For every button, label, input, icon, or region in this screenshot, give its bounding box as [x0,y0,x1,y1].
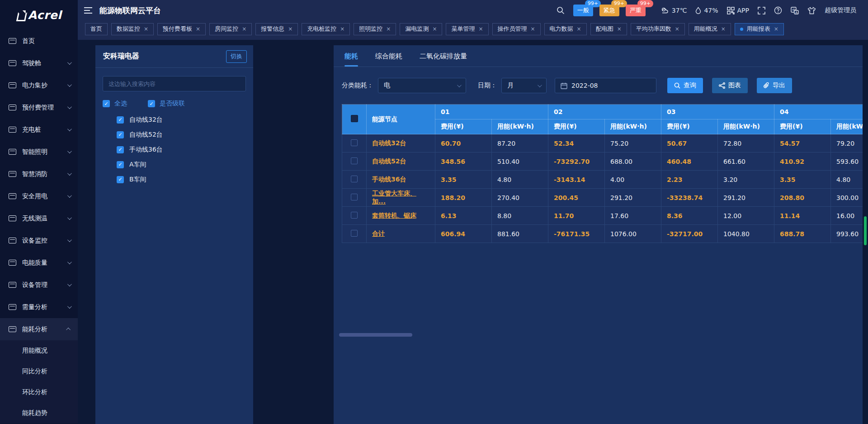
energy-tab-能耗[interactable]: 能耗 [344,52,358,67]
sidebar-item-设备监控[interactable]: 设备监控 [0,229,78,252]
alarm-badge-一般[interactable]: 一般99+ [573,5,593,16]
node-checkbox[interactable]: ✓ [117,116,124,124]
sidebar-item-无线测温[interactable]: 无线测温 [0,207,78,229]
node-name-cell[interactable]: 自动线32台 [367,134,435,152]
tab-数据监控[interactable]: 数据监控× [111,23,154,35]
tree-node-自动线52台[interactable]: ✓自动线52台 [117,127,246,142]
sidebar-item-安全用电[interactable]: 安全用电 [0,185,78,207]
sidebar-item-能耗分析[interactable]: 能耗分析 [0,318,78,340]
tab-充电桩监控[interactable]: 充电桩监控× [302,23,350,35]
tab-配电图[interactable]: 配电图× [590,23,627,35]
sidebar-item-预付费管理[interactable]: 预付费管理 [0,96,78,119]
tab-房间监控[interactable]: 房间监控× [209,23,252,35]
tree-node-B车间[interactable]: ✓B车间 [117,172,246,187]
close-icon[interactable]: × [288,26,292,32]
close-icon[interactable]: × [774,26,778,32]
close-icon[interactable]: × [432,26,437,32]
sidebar-subitem-环比分析[interactable]: 环比分析 [0,382,78,403]
row-checkbox[interactable] [351,176,358,182]
chart-button[interactable]: 图表 [712,78,748,93]
sidebar-item-电能质量[interactable]: 电能质量 [0,252,78,274]
table-row: 自动线52台348.56510.40-73292.70688.00460.486… [342,152,863,171]
sidebar-item-首页[interactable]: 首页 [0,30,78,52]
brand-logo[interactable]: Acrel [0,0,78,30]
sidebar-item-电力集抄[interactable]: 电力集抄 [0,74,78,96]
usage-cell: 510.40 [492,152,548,171]
close-icon[interactable]: × [531,26,535,32]
close-icon[interactable]: × [577,26,581,32]
vertical-scrollbar[interactable] [864,216,867,245]
close-icon[interactable]: × [144,26,148,32]
theme-skin-icon[interactable] [807,7,816,14]
menu-toggle-icon[interactable] [84,7,92,14]
tab-电力数据[interactable]: 电力数据× [544,23,587,35]
tab-报警信息[interactable]: 报警信息× [255,23,298,35]
category-select[interactable]: 电 [378,78,466,93]
sidebar-item-充电桩[interactable]: 充电桩 [0,119,78,141]
fee-cell: 3.35 [435,171,492,189]
tab-平均功率因数[interactable]: 平均功率因数× [631,23,685,35]
date-type-select[interactable]: 月 [501,78,547,93]
current-user[interactable]: 超级管理员 [825,6,856,14]
node-checkbox[interactable]: ✓ [117,161,124,168]
node-name-cell[interactable]: 手动线36台 [367,171,435,189]
sidebar-item-智能照明[interactable]: 智能照明 [0,141,78,163]
app-qr-link[interactable]: APP [727,7,749,14]
node-name-cell[interactable]: 工业管大车床、加... [367,189,435,207]
query-button[interactable]: 查询 [667,78,703,93]
tab-菜单管理[interactable]: 菜单管理× [446,23,488,35]
switch-button[interactable]: 切换 [226,50,247,63]
node-checkbox[interactable]: ✓ [117,146,124,153]
sidebar-subitem-能耗趋势[interactable]: 能耗趋势 [0,403,78,424]
close-icon[interactable]: × [721,26,726,32]
horizontal-scrollbar[interactable] [339,333,412,337]
node-name-cell[interactable]: 套筒转机、锯床 [367,207,435,225]
close-icon[interactable]: × [478,26,483,32]
help-icon[interactable] [774,6,782,14]
tab-用能报表[interactable]: 用能报表× [735,23,784,35]
search-icon[interactable] [557,6,565,14]
close-icon[interactable]: × [386,26,391,32]
sidebar-item-需量分析[interactable]: 需量分析 [0,296,78,318]
select-all-checkbox[interactable]: ✓ [103,100,110,107]
select-all-rows-checkbox[interactable] [351,115,358,122]
node-name-cell[interactable]: 合计 [367,225,435,243]
tab-照明监控[interactable]: 照明监控× [354,23,396,35]
alarm-badge-紧急[interactable]: 紧急99+ [599,5,619,16]
node-name-cell[interactable]: 自动线52台 [367,152,435,171]
node-checkbox[interactable]: ✓ [117,131,124,138]
date-picker[interactable]: 2022-08 [555,78,656,93]
row-checkbox[interactable] [351,212,358,219]
tab-用能概况[interactable]: 用能概况× [689,23,731,35]
tree-node-自动线32台[interactable]: ✓自动线32台 [117,112,246,127]
fullscreen-icon[interactable] [758,7,765,14]
tree-search-input[interactable] [103,76,246,91]
row-checkbox[interactable] [351,139,358,146]
cascade-checkbox[interactable]: ✓ [148,100,155,107]
sidebar-item-驾驶舱[interactable]: 驾驶舱 [0,52,78,74]
export-button[interactable]: 导出 [757,78,792,93]
sidebar-item-设备管理[interactable]: 设备管理 [0,274,78,296]
tree-node-手动线36台[interactable]: ✓手动线36台 [117,142,246,157]
close-icon[interactable]: × [617,26,622,32]
sidebar-item-智慧消防[interactable]: 智慧消防 [0,163,78,185]
tab-漏电监测[interactable]: 漏电监测× [400,23,442,35]
energy-tab-综合能耗[interactable]: 综合能耗 [375,52,402,67]
tab-首页[interactable]: 首页 [85,23,108,35]
tab-操作员管理[interactable]: 操作员管理× [492,23,541,35]
sidebar-subitem-同比分析[interactable]: 同比分析 [0,361,78,382]
close-icon[interactable]: × [242,26,246,32]
alarm-badge-严重[interactable]: 严重99+ [626,5,646,16]
close-icon[interactable]: × [675,26,679,32]
row-checkbox[interactable] [351,157,358,164]
tree-node-A车间[interactable]: ✓A车间 [117,157,246,172]
sidebar-subitem-用能概况[interactable]: 用能概况 [0,340,78,361]
row-checkbox[interactable] [351,194,358,200]
close-icon[interactable]: × [196,26,200,32]
energy-tab-二氧化碳排放量[interactable]: 二氧化碳排放量 [420,52,467,67]
node-checkbox[interactable]: ✓ [117,176,124,183]
tab-预付费看板[interactable]: 预付费看板× [157,23,206,35]
row-checkbox[interactable] [351,230,358,237]
close-icon[interactable]: × [340,26,344,32]
language-icon[interactable]: 中A [791,7,799,14]
